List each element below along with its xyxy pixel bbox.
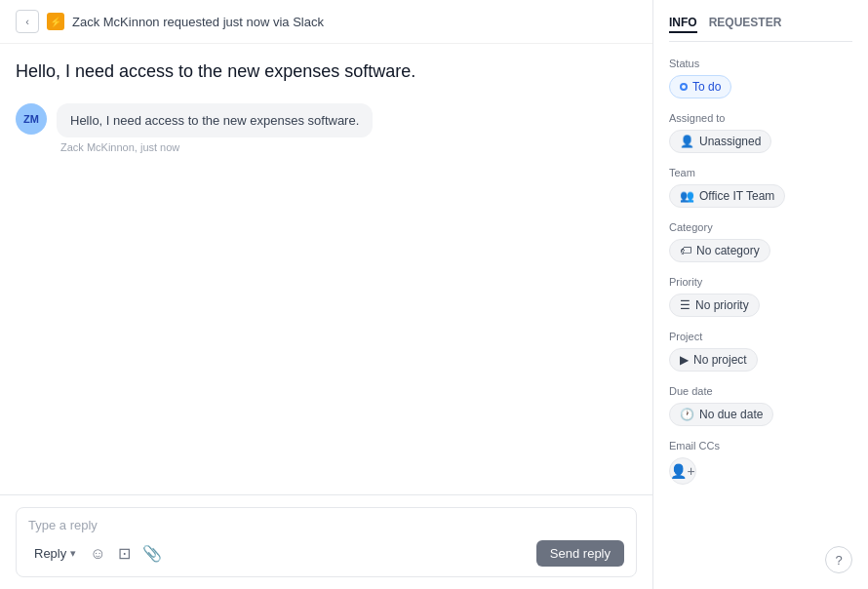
clip-button[interactable]: 📎 — [138, 540, 166, 567]
due-date-section: Due date 🕐 No due date — [669, 385, 852, 426]
emoji-button[interactable]: ☺ — [86, 541, 109, 567]
bubble-content: Hello, I need access to the new expenses… — [57, 103, 373, 153]
due-date-value: No due date — [699, 408, 763, 421]
team-chip[interactable]: 👥 Office IT Team — [669, 184, 785, 208]
priority-chip[interactable]: ☰ No priority — [669, 294, 760, 317]
reply-left-actions: Reply ▾ ☺ ⊡ 📎 — [28, 540, 166, 567]
bolt-icon: ⚡ — [47, 13, 64, 30]
status-value: To do — [692, 80, 721, 94]
due-date-icon: 🕐 — [680, 408, 694, 421]
email-ccs-section: Email CCs 👤+ — [669, 440, 852, 485]
category-label: Category — [669, 221, 852, 233]
category-chip[interactable]: 🏷 No category — [669, 239, 770, 262]
due-date-chip[interactable]: 🕐 No due date — [669, 403, 773, 426]
priority-section: Priority ☰ No priority — [669, 276, 852, 317]
status-label: Status — [669, 58, 852, 69]
project-icon: ▶ — [680, 353, 689, 367]
message-bubble: Hello, I need access to the new expenses… — [57, 103, 373, 137]
assigned-chip[interactable]: 👤 Unassigned — [669, 130, 771, 153]
back-button[interactable]: ‹ — [16, 10, 39, 33]
sender-name: Zack McKinnon — [60, 141, 135, 153]
add-email-cc-button[interactable]: 👤+ — [669, 457, 696, 485]
priority-label: Priority — [669, 276, 852, 288]
message-container: ZM Hello, I need access to the new expen… — [16, 103, 637, 153]
status-dot — [680, 83, 688, 91]
reply-button[interactable]: Reply ▾ — [28, 542, 82, 565]
assigned-label: Assigned to — [669, 112, 852, 124]
priority-value: No priority — [695, 298, 749, 312]
category-icon: 🏷 — [680, 244, 691, 257]
help-button[interactable]: ? — [825, 546, 852, 573]
email-ccs-label: Email CCs — [669, 440, 852, 452]
team-label: Team — [669, 167, 852, 178]
reply-textarea-wrapper: Type a reply Reply ▾ ☺ ⊡ 📎 Send reply — [16, 507, 637, 577]
avatar: ZM — [16, 103, 47, 135]
header-description: Zack McKinnon requested just now via Sla… — [72, 15, 324, 29]
project-value: No project — [693, 353, 747, 367]
main-layout: ‹ ⚡ Zack McKinnon requested just now via… — [0, 0, 868, 589]
tab-info[interactable]: INFO — [669, 16, 697, 33]
reply-actions: Reply ▾ ☺ ⊡ 📎 Send reply — [28, 540, 624, 567]
team-section: Team 👥 Office IT Team — [669, 167, 852, 208]
category-section: Category 🏷 No category — [669, 221, 852, 262]
category-value: No category — [696, 244, 760, 257]
team-icon: 👥 — [680, 189, 694, 203]
priority-icon: ☰ — [680, 298, 690, 312]
top-bar: ‹ ⚡ Zack McKinnon requested just now via… — [0, 0, 652, 44]
project-label: Project — [669, 331, 852, 342]
assigned-value: Unassigned — [699, 135, 761, 148]
message-text: Hello, I need access to the new expenses… — [70, 113, 359, 128]
dropdown-icon: ▾ — [70, 547, 76, 560]
team-value: Office IT Team — [699, 189, 774, 203]
left-panel: ‹ ⚡ Zack McKinnon requested just now via… — [0, 0, 653, 589]
right-panel: INFO REQUESTER Status To do Assigned to … — [653, 0, 868, 589]
tabs-row: INFO REQUESTER — [669, 16, 852, 42]
status-chip[interactable]: To do — [669, 75, 731, 98]
conversation-area: Hello, I need access to the new expenses… — [0, 44, 652, 494]
bubble-meta: Zack McKinnon, just now — [57, 141, 373, 153]
status-section: Status To do — [669, 58, 852, 98]
reply-label: Reply — [34, 546, 66, 561]
due-date-label: Due date — [669, 385, 852, 397]
assigned-icon: 👤 — [680, 135, 694, 148]
project-section: Project ▶ No project — [669, 331, 852, 372]
main-message: Hello, I need access to the new expenses… — [16, 59, 637, 84]
assigned-section: Assigned to 👤 Unassigned — [669, 112, 852, 153]
add-cc-icon: 👤+ — [670, 463, 694, 479]
message-timestamp: just now — [140, 141, 179, 153]
attachment-button[interactable]: ⊡ — [114, 540, 135, 567]
send-reply-button[interactable]: Send reply — [536, 540, 624, 567]
project-chip[interactable]: ▶ No project — [669, 348, 758, 372]
reply-placeholder[interactable]: Type a reply — [28, 518, 624, 532]
reply-box: Type a reply Reply ▾ ☺ ⊡ 📎 Send reply — [0, 494, 652, 589]
tab-requester[interactable]: REQUESTER — [709, 16, 782, 33]
